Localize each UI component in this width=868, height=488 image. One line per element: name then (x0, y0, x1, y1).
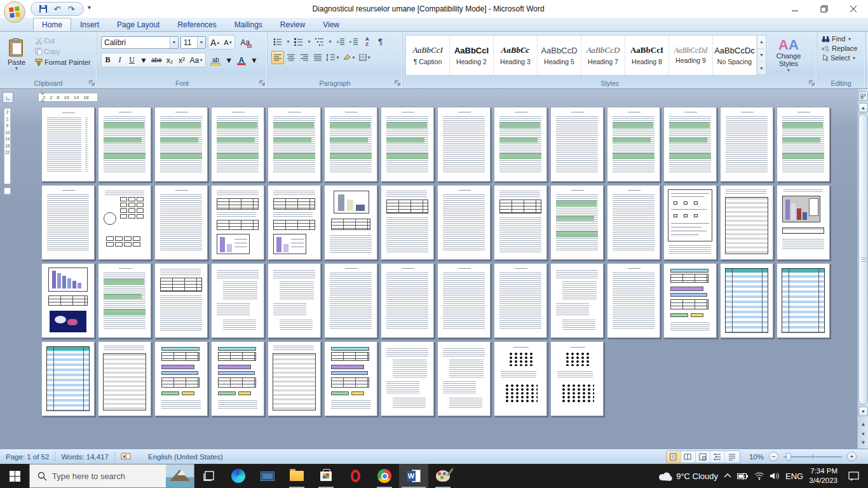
clock[interactable]: 7:34 PM 3/4/2023 (809, 466, 837, 485)
page-thumbnail[interactable] (154, 263, 208, 338)
page-thumbnail[interactable] (98, 185, 151, 260)
start-button[interactable] (0, 464, 29, 488)
styles-dialog-launcher[interactable] (808, 79, 815, 86)
indent-marker-top[interactable] (40, 92, 45, 95)
close-button[interactable] (839, 0, 868, 18)
decrease-indent-button[interactable] (334, 35, 347, 48)
page-thumbnail[interactable] (720, 185, 773, 260)
weather-widget[interactable]: 9°C Cloudy (658, 471, 718, 481)
page-thumbnail[interactable] (381, 107, 434, 182)
full-screen-reading-button[interactable] (681, 451, 696, 463)
page-thumbnail[interactable] (494, 341, 547, 416)
page-thumbnail[interactable] (41, 107, 95, 182)
page-thumbnail[interactable] (211, 263, 264, 338)
office-button[interactable] (4, 1, 25, 23)
web-layout-button[interactable] (696, 451, 710, 463)
zoom-out-button[interactable]: − (769, 452, 778, 461)
page-thumbnail[interactable] (41, 185, 95, 260)
page-thumbnail[interactable] (663, 263, 717, 338)
zoom-slider-handle[interactable] (786, 453, 791, 461)
numbering-dropdown[interactable]: ▼ (306, 35, 313, 48)
tab-mailings[interactable]: Mailings (226, 18, 271, 31)
page-thumbnail[interactable] (776, 185, 830, 260)
file-explorer-icon[interactable] (282, 464, 311, 488)
styles-more-button[interactable]: ▼ (757, 62, 766, 75)
volume-icon[interactable] (770, 472, 780, 480)
page-thumbnail[interactable] (324, 263, 377, 338)
italic-button[interactable]: I (114, 53, 126, 67)
clipboard-dialog-launcher[interactable] (88, 79, 95, 86)
style-no-spacing[interactable]: AaBbCcDcNo Spacing (713, 36, 757, 75)
styles-scroll-up[interactable]: ▲ (757, 36, 766, 49)
page-thumbnail[interactable] (41, 341, 95, 416)
highlight-dropdown[interactable]: ▼ (223, 53, 234, 67)
page-thumbnail[interactable] (154, 185, 208, 260)
page-thumbnail[interactable] (98, 341, 151, 416)
align-center-button[interactable] (285, 51, 297, 64)
indent-marker-bottom[interactable] (40, 99, 45, 102)
page-thumbnail[interactable] (211, 107, 264, 182)
print-layout-button[interactable] (667, 451, 681, 463)
sort-button[interactable]: AZ (361, 35, 374, 48)
search-daily-image[interactable] (166, 464, 194, 487)
page-indicator[interactable]: Page: 1 of 52 (0, 449, 55, 464)
zoom-level[interactable]: 10% (749, 453, 764, 461)
multilevel-list-button[interactable] (313, 35, 326, 48)
font-color-button[interactable]: A (235, 53, 248, 67)
style-heading-5[interactable]: AaBbCcDHeading 5 (538, 36, 581, 75)
tab-home[interactable]: Home (33, 18, 71, 31)
desktop-app-icon[interactable] (253, 464, 282, 488)
vertical-scrollbar[interactable]: ▲ ▼ ▲ ● ▼ (857, 89, 868, 449)
page-thumbnail[interactable] (381, 263, 434, 338)
bullets-dropdown[interactable]: ▼ (285, 35, 292, 48)
replace-button[interactable]: ab Replace (820, 44, 864, 52)
page-thumbnail[interactable] (550, 263, 604, 338)
restore-button[interactable] (810, 0, 839, 18)
page-thumbnail[interactable] (607, 107, 660, 182)
page-thumbnail[interactable] (324, 341, 377, 416)
multilevel-dropdown[interactable]: ▼ (327, 35, 334, 48)
styles-scroll-down[interactable]: ▼ (757, 49, 766, 62)
page-thumbnail[interactable] (381, 185, 434, 260)
style-heading-2[interactable]: AaBbCcIHeading 2 (450, 36, 494, 75)
highlight-button[interactable]: ab (208, 53, 222, 67)
style-heading-3[interactable]: AaBbCcHeading 3 (494, 36, 538, 75)
clear-formatting-button[interactable]: Aa (239, 36, 252, 49)
page-thumbnail[interactable] (607, 263, 660, 338)
superscript-button[interactable]: x² (176, 53, 188, 67)
scroll-up-button[interactable]: ▲ (858, 103, 868, 112)
next-page-button[interactable]: ▼ (858, 438, 868, 447)
page-thumbnail[interactable] (154, 107, 208, 182)
page-thumbnail[interactable] (550, 341, 604, 416)
select-browse-object-button[interactable]: ● (858, 429, 868, 438)
page-thumbnail[interactable] (324, 107, 377, 182)
page-thumbnail[interactable] (268, 185, 321, 260)
scrollbar-thumb[interactable] (858, 114, 868, 405)
page-thumbnail[interactable] (268, 341, 321, 416)
strikethrough-button[interactable]: abe (149, 53, 164, 67)
language-indicator[interactable]: ENG (785, 471, 803, 481)
customize-quick-access-button[interactable]: ▾ (88, 4, 91, 11)
select-button[interactable]: Select▼ (820, 54, 864, 62)
font-dialog-launcher[interactable] (258, 79, 266, 86)
page-thumbnail[interactable] (268, 107, 321, 182)
justify-button[interactable] (311, 51, 324, 64)
word-taskbar-icon[interactable]: W (399, 464, 428, 488)
tab-page-layout[interactable]: Page Layout (108, 18, 168, 31)
opera-icon[interactable] (341, 464, 370, 488)
format-painter-button[interactable]: Format Painter (33, 58, 93, 67)
paste-button[interactable]: Paste▼ (3, 34, 31, 74)
tab-view[interactable]: View (314, 18, 348, 31)
show-hide-button[interactable]: ¶ (374, 35, 387, 48)
style-heading-8[interactable]: AaBbCcIHeading 8 (625, 36, 669, 75)
draft-button[interactable] (725, 451, 740, 463)
minimize-button[interactable] (780, 0, 810, 18)
battery-icon[interactable] (737, 473, 749, 480)
proofing-status[interactable] (115, 449, 137, 464)
page-thumbnail[interactable] (607, 185, 660, 260)
increase-indent-button[interactable] (348, 35, 360, 48)
language-indicator[interactable]: English (United States) (137, 449, 229, 464)
shading-button[interactable]: ▼ (342, 51, 357, 64)
edge-icon[interactable] (224, 464, 253, 488)
tab-review[interactable]: Review (271, 18, 314, 31)
